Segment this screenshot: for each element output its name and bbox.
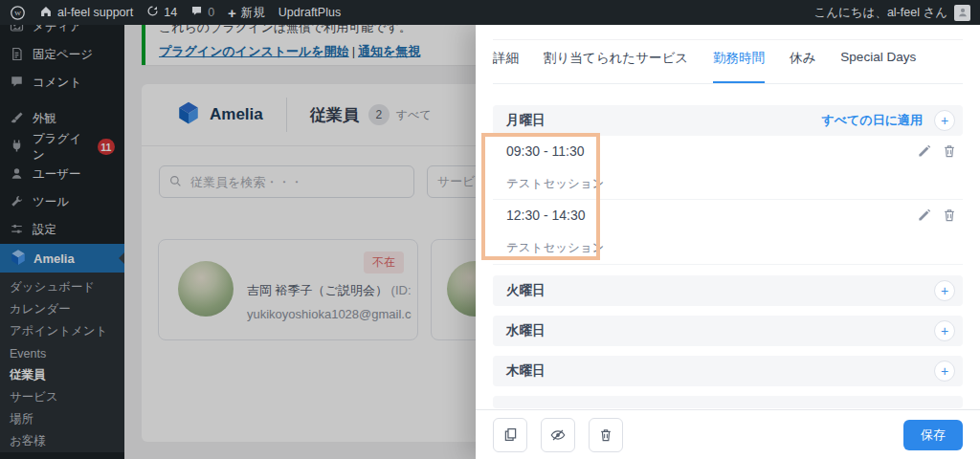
delete-period-icon[interactable] bbox=[942, 208, 957, 227]
panel-tabs: 詳細 割り当てられたサービス 勤務時間 休み Special Days bbox=[493, 50, 963, 84]
duplicate-button[interactable] bbox=[493, 418, 527, 452]
panel-top-rule bbox=[493, 39, 963, 40]
plus-icon: + bbox=[228, 6, 236, 20]
period-time: 09:30 - 11:30 bbox=[506, 143, 584, 159]
tab-assigned-services[interactable]: 割り当てられたサービス bbox=[544, 50, 688, 83]
modal-dim-overlay[interactable] bbox=[0, 25, 476, 459]
work-period-row: 12:30 - 14:30 テストセッション bbox=[493, 200, 963, 265]
new-content-link[interactable]: + 新規 bbox=[228, 5, 265, 21]
hide-employee-button[interactable] bbox=[541, 418, 575, 452]
site-home-link[interactable]: al-feel support bbox=[39, 5, 133, 21]
delete-employee-button[interactable] bbox=[589, 418, 623, 452]
tab-special-days[interactable]: Special Days bbox=[840, 50, 916, 83]
edit-period-icon[interactable] bbox=[917, 208, 932, 227]
updates-count: 14 bbox=[164, 6, 177, 19]
day-row-wednesday[interactable]: 水曜日 + bbox=[493, 316, 963, 346]
updraftplus-link[interactable]: UpdraftPlus bbox=[278, 6, 341, 19]
comments-link[interactable]: 0 bbox=[190, 5, 214, 20]
tab-days-off[interactable]: 休み bbox=[790, 50, 815, 83]
updates-link[interactable]: 14 bbox=[146, 5, 177, 20]
day-row-partial bbox=[493, 396, 963, 408]
delete-period-icon[interactable] bbox=[942, 143, 957, 163]
day-row-tuesday[interactable]: 火曜日 + bbox=[493, 275, 963, 306]
comments-count: 0 bbox=[208, 6, 214, 19]
new-label: 新規 bbox=[241, 5, 265, 21]
save-button[interactable]: 保存 bbox=[903, 420, 963, 450]
period-service: テストセッション bbox=[506, 240, 604, 256]
add-period-button[interactable]: + bbox=[934, 361, 955, 382]
comment-bubble-icon bbox=[190, 5, 203, 20]
day-row-monday[interactable]: 月曜日 すべての日に適用 + bbox=[493, 105, 963, 136]
wordpress-logo-icon[interactable]: W bbox=[10, 5, 26, 21]
refresh-icon bbox=[146, 5, 159, 20]
tab-details[interactable]: 詳細 bbox=[493, 50, 519, 83]
period-service: テストセッション bbox=[506, 176, 604, 192]
period-time: 12:30 - 14:30 bbox=[506, 208, 586, 223]
tab-work-hours[interactable]: 勤務時間 bbox=[713, 50, 765, 83]
apply-to-all-days-button[interactable]: すべての日に適用 bbox=[821, 112, 923, 129]
svg-text:W: W bbox=[14, 10, 21, 17]
user-avatar[interactable] bbox=[954, 5, 970, 21]
add-period-button[interactable]: + bbox=[934, 280, 955, 301]
site-name: al-feel support bbox=[57, 6, 133, 19]
home-icon bbox=[39, 5, 53, 21]
panel-footer: 保存 bbox=[476, 409, 980, 459]
work-period-row: 09:30 - 11:30 テストセッション bbox=[493, 136, 963, 200]
employee-edit-panel: 詳細 割り当てられたサービス 勤務時間 休み Special Days 月曜日 … bbox=[476, 25, 980, 459]
wp-admin-bar: W al-feel support 14 0 + 新規 UpdraftPlus bbox=[0, 0, 980, 25]
edit-period-icon[interactable] bbox=[917, 143, 932, 163]
add-period-button[interactable]: + bbox=[934, 110, 955, 131]
add-period-button[interactable]: + bbox=[934, 320, 955, 341]
screen: W al-feel support 14 0 + 新規 UpdraftPlus bbox=[0, 0, 980, 459]
day-row-thursday[interactable]: 木曜日 + bbox=[493, 356, 963, 386]
user-greeting[interactable]: こんにちは、al-feel さん bbox=[813, 5, 947, 21]
